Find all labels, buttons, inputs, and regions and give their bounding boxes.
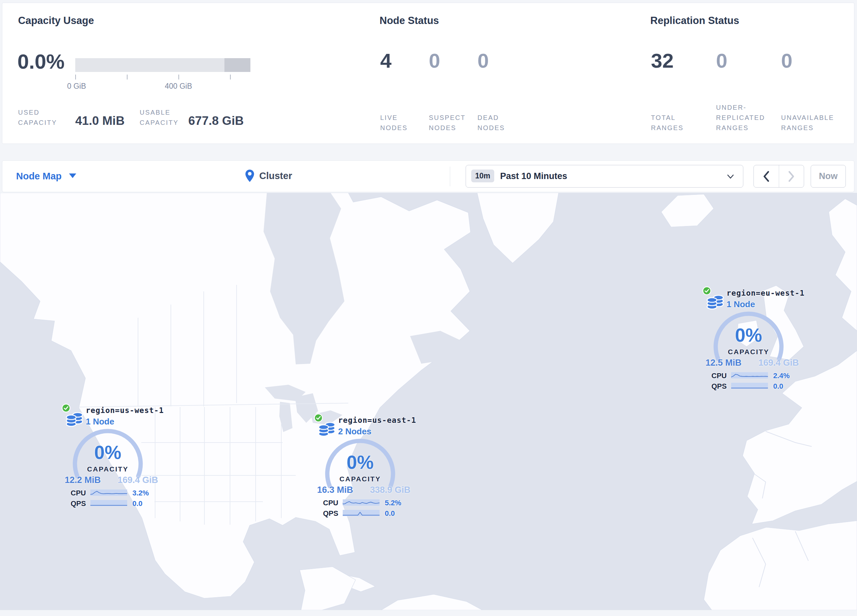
cpu-label: CPU: [71, 489, 86, 497]
region-used-capacity: 12.2 MiB: [65, 475, 101, 485]
replication-status-title: Replication Status: [650, 15, 739, 26]
chevron-down-icon: [727, 174, 735, 179]
qps-label: QPS: [712, 382, 727, 391]
capacity-bar-reserved-segment: [224, 58, 251, 72]
database-stack-icon: [318, 419, 336, 437]
usable-capacity-label: USABLE CAPACITY: [140, 107, 195, 128]
region-marker-us-west-1[interactable]: region=us-west-1 1 Node 0% CAPACITY 12.2…: [62, 403, 160, 510]
region-title: region=eu-west-1: [727, 289, 805, 297]
cpu-sparkline: [90, 489, 127, 496]
qps-label: QPS: [323, 509, 338, 518]
time-range-step-buttons: [753, 165, 804, 188]
cluster-summary-panel: Capacity Usage 0.0% 0 GiB 400 GiB USED C…: [2, 3, 854, 144]
node-status-title: Node Status: [379, 15, 439, 26]
capacity-bar: [75, 58, 251, 72]
qps-sparkline: [90, 500, 127, 506]
cpu-label: CPU: [712, 372, 727, 380]
region-capacity-percent: 0%: [324, 451, 396, 473]
qps-value: 0.0: [773, 382, 783, 391]
region-used-capacity: 12.5 MiB: [705, 358, 742, 368]
cpu-sparkline: [343, 499, 379, 506]
qps-metric-row: QPS 0.0: [702, 382, 801, 390]
qps-label: QPS: [71, 499, 86, 508]
unavailable-ranges-label: UNAVAILABLE RANGES: [781, 100, 840, 133]
map-toolbar: Node Map Cluster 10m Past 10 Minutes Now: [2, 160, 854, 192]
chevron-down-icon: [69, 173, 76, 178]
region-capacity-label: CAPACITY: [324, 475, 396, 483]
live-nodes-count: 4: [380, 49, 391, 72]
database-stack-icon: [706, 292, 725, 310]
region-total-capacity: 338.9 GiB: [370, 485, 410, 495]
used-capacity-value: 41.0 MiB: [75, 114, 125, 128]
region-capacity-label: CAPACITY: [72, 465, 144, 473]
under-replicated-ranges-label: UNDER-REPLICATED RANGES: [716, 100, 769, 133]
breadcrumb-label: Cluster: [259, 170, 292, 181]
region-marker-eu-west-1[interactable]: region=eu-west-1 1 Node 0% CAPACITY 12.5…: [702, 286, 801, 393]
region-title: region=us-west-1: [86, 406, 164, 415]
capacity-bar-tick: [178, 74, 179, 80]
view-selector-label: Node Map: [16, 171, 62, 181]
used-capacity-label: USED CAPACITY: [18, 107, 74, 128]
suspect-nodes-count: 0: [429, 49, 440, 72]
usable-capacity-value: 677.8 GiB: [188, 114, 244, 128]
region-title: region=us-east-1: [338, 416, 416, 425]
capacity-used-percent: 0.0%: [17, 49, 65, 73]
cpu-label: CPU: [323, 499, 338, 507]
cpu-value: 2.4%: [773, 372, 790, 380]
qps-sparkline: [731, 383, 768, 389]
total-ranges-count: 32: [651, 49, 674, 72]
region-total-capacity: 169.4 GiB: [758, 358, 799, 368]
time-range-badge: 10m: [471, 170, 494, 182]
region-node-count: 1 Node: [727, 299, 755, 309]
time-range-next-button[interactable]: [779, 165, 804, 187]
now-button[interactable]: Now: [811, 165, 846, 188]
live-nodes-label: LIVE NODES: [380, 100, 420, 133]
chevron-left-icon: [763, 171, 770, 182]
capacity-bar-tick: [230, 74, 230, 80]
time-range-dropdown[interactable]: 10m Past 10 Minutes: [466, 165, 743, 188]
dead-nodes-label: DEAD NODES: [478, 100, 517, 133]
region-node-count: 2 Nodes: [338, 426, 371, 437]
capacity-bar-tick-label: 0 GiB: [50, 82, 103, 91]
capacity-bar-tick: [127, 74, 127, 80]
qps-sparkline: [343, 510, 379, 516]
world-map: [0, 193, 857, 610]
region-capacity-percent: 0%: [712, 324, 785, 346]
region-capacity-percent: 0%: [72, 442, 144, 463]
cpu-value: 3.2%: [132, 489, 149, 497]
under-replicated-ranges-count: 0: [716, 49, 727, 72]
qps-metric-row: QPS 0.0: [314, 509, 412, 517]
now-button-label: Now: [819, 171, 838, 181]
qps-value: 0.0: [385, 509, 395, 518]
region-marker-us-east-1[interactable]: region=us-east-1 2 Nodes 0% CAPACITY 16.…: [314, 413, 412, 520]
capacity-bar-tick-label: 400 GiB: [152, 82, 205, 91]
region-capacity-label: CAPACITY: [712, 348, 785, 356]
time-range-label: Past 10 Minutes: [500, 171, 567, 181]
cpu-metric-row: CPU 5.2%: [314, 499, 412, 506]
dead-nodes-count: 0: [478, 49, 489, 72]
chevron-right-icon: [788, 171, 795, 182]
cpu-sparkline: [731, 372, 768, 378]
suspect-nodes-label: SUSPECT NODES: [429, 100, 472, 133]
capacity-usage-title: Capacity Usage: [18, 15, 94, 26]
region-used-capacity: 16.3 MiB: [317, 485, 353, 495]
time-range-prev-button[interactable]: [754, 165, 779, 187]
node-map[interactable]: region=us-west-1 1 Node 0% CAPACITY 12.2…: [0, 193, 857, 610]
qps-metric-row: QPS 0.0: [62, 499, 160, 507]
map-pin-icon: [245, 169, 255, 182]
database-stack-icon: [65, 409, 84, 427]
region-total-capacity: 169.4 GiB: [118, 475, 158, 485]
view-selector-dropdown[interactable]: Node Map: [16, 171, 76, 182]
cpu-metric-row: CPU 2.4%: [702, 372, 801, 380]
unavailable-ranges-count: 0: [781, 49, 792, 72]
breadcrumb[interactable]: Cluster: [245, 169, 292, 182]
qps-value: 0.0: [132, 499, 142, 508]
cpu-value: 5.2%: [385, 499, 401, 507]
cluster-overview-page: { "header": { "capacity": { "title": "Ca…: [0, 0, 857, 616]
capacity-bar-tick: [75, 74, 76, 80]
cpu-metric-row: CPU 3.2%: [62, 489, 160, 497]
total-ranges-label: TOTAL RANGES: [651, 100, 694, 133]
region-node-count: 1 Node: [86, 417, 114, 427]
